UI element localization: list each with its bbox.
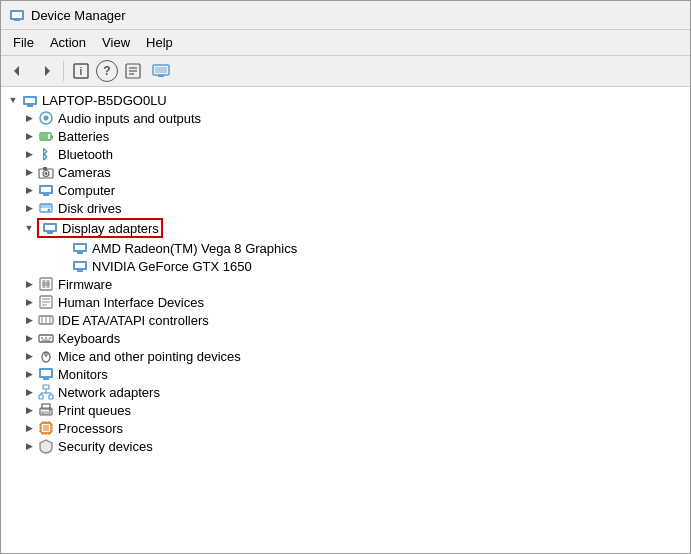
title-bar: Device Manager bbox=[1, 1, 690, 30]
forward-button[interactable] bbox=[33, 59, 59, 83]
tree-item-ide[interactable]: ▶ IDE ATA/ATAPI controllers bbox=[1, 311, 690, 329]
tree-item-computer[interactable]: ▶ Computer bbox=[1, 181, 690, 199]
svg-rect-16 bbox=[27, 105, 33, 107]
menu-view[interactable]: View bbox=[94, 32, 138, 53]
batteries-expander[interactable]: ▶ bbox=[21, 128, 37, 144]
network-expander[interactable]: ▶ bbox=[21, 384, 37, 400]
display-label: Display adapters bbox=[62, 221, 159, 236]
svg-marker-4 bbox=[45, 66, 50, 76]
ide-label: IDE ATA/ATAPI controllers bbox=[58, 313, 209, 328]
svg-rect-31 bbox=[40, 204, 52, 208]
mice-expander[interactable]: ▶ bbox=[21, 348, 37, 364]
batteries-label: Batteries bbox=[58, 129, 109, 144]
svg-rect-29 bbox=[43, 194, 49, 196]
tree-item-network[interactable]: ▶ Network adapters bbox=[1, 383, 690, 401]
tree-item-audio[interactable]: ▶ Audio inputs and outputs bbox=[1, 109, 690, 127]
svg-rect-40 bbox=[75, 263, 85, 268]
bluetooth-expander[interactable]: ▶ bbox=[21, 146, 37, 162]
svg-point-32 bbox=[48, 209, 51, 212]
svg-rect-68 bbox=[39, 395, 43, 399]
keyboards-label: Keyboards bbox=[58, 331, 120, 346]
menu-action[interactable]: Action bbox=[42, 32, 94, 53]
amd-icon bbox=[71, 240, 89, 256]
svg-rect-37 bbox=[75, 245, 85, 250]
monitors-expander[interactable]: ▶ bbox=[21, 366, 37, 382]
disk-label: Disk drives bbox=[58, 201, 122, 216]
tree-item-disk[interactable]: ▶ Disk drives bbox=[1, 199, 690, 217]
display-expander[interactable]: ▼ bbox=[21, 220, 37, 236]
keyboards-expander[interactable]: ▶ bbox=[21, 330, 37, 346]
display-highlight-box: Display adapters bbox=[37, 218, 163, 238]
computer-expander[interactable]: ▶ bbox=[21, 182, 37, 198]
tree-item-monitors[interactable]: ▶ Monitors bbox=[1, 365, 690, 383]
security-expander[interactable]: ▶ bbox=[21, 438, 37, 454]
ide-expander[interactable]: ▶ bbox=[21, 312, 37, 328]
properties-button[interactable]: i bbox=[68, 59, 94, 83]
tree-item-nvidia[interactable]: ▶ NVIDIA GeForce GTX 1650 bbox=[1, 257, 690, 275]
toolbar: i ? bbox=[1, 56, 690, 87]
monitors-icon bbox=[37, 366, 55, 382]
svg-rect-76 bbox=[42, 412, 50, 414]
cameras-expander[interactable]: ▶ bbox=[21, 164, 37, 180]
tree-root[interactable]: ▼ LAPTOP-B5DGO0LU bbox=[1, 91, 690, 109]
tree-item-hid[interactable]: ▶ Human Interface Devices bbox=[1, 293, 690, 311]
tree-item-keyboards[interactable]: ▶ Keyboards bbox=[1, 329, 690, 347]
display-icon-button[interactable] bbox=[148, 59, 174, 83]
firmware-label: Firmware bbox=[58, 277, 112, 292]
processors-expander[interactable]: ▶ bbox=[21, 420, 37, 436]
tree-item-mice[interactable]: ▶ Mice and other pointing devices bbox=[1, 347, 690, 365]
svg-rect-59 bbox=[49, 337, 51, 339]
svg-rect-65 bbox=[41, 370, 51, 376]
ide-icon bbox=[37, 312, 55, 328]
hid-expander[interactable]: ▶ bbox=[21, 294, 37, 310]
audio-icon bbox=[37, 110, 55, 126]
audio-expander[interactable]: ▶ bbox=[21, 110, 37, 126]
svg-rect-21 bbox=[41, 134, 48, 139]
update-driver-button[interactable] bbox=[120, 59, 146, 83]
svg-rect-26 bbox=[43, 167, 47, 170]
print-icon bbox=[37, 402, 55, 418]
disk-expander[interactable]: ▶ bbox=[21, 200, 37, 216]
tree-item-firmware[interactable]: ▶ Firmware bbox=[1, 275, 690, 293]
svg-rect-13 bbox=[158, 75, 164, 77]
firmware-icon bbox=[37, 276, 55, 292]
menu-file[interactable]: File bbox=[5, 32, 42, 53]
tree-item-print[interactable]: ▶ Print queues bbox=[1, 401, 690, 419]
hid-label: Human Interface Devices bbox=[58, 295, 204, 310]
tree-item-processors[interactable]: ▶ Proces bbox=[1, 419, 690, 437]
back-button[interactable] bbox=[5, 59, 31, 83]
tree-item-display[interactable]: ▼ Display adapters bbox=[1, 217, 690, 239]
keyboards-icon bbox=[37, 330, 55, 346]
tree-item-bluetooth[interactable]: ▶ ᛒ Bluetooth bbox=[1, 145, 690, 163]
security-icon bbox=[37, 438, 55, 454]
tree-item-security[interactable]: ▶ Security devices bbox=[1, 437, 690, 455]
svg-rect-20 bbox=[51, 136, 53, 139]
tree-item-cameras[interactable]: ▶ Cameras bbox=[1, 163, 690, 181]
firmware-expander[interactable]: ▶ bbox=[21, 276, 37, 292]
bluetooth-icon: ᛒ bbox=[37, 146, 55, 162]
nvidia-icon bbox=[71, 258, 89, 274]
print-expander[interactable]: ▶ bbox=[21, 402, 37, 418]
bluetooth-label: Bluetooth bbox=[58, 147, 113, 162]
tree-item-batteries[interactable]: ▶ Batteries bbox=[1, 127, 690, 145]
toolbar-separator-1 bbox=[63, 61, 64, 81]
help-button[interactable]: ? bbox=[96, 60, 118, 82]
root-expander[interactable]: ▼ bbox=[5, 92, 21, 108]
tree-item-amd[interactable]: ▶ AMD Radeon(TM) Vega 8 Graphics bbox=[1, 239, 690, 257]
root-icon bbox=[21, 92, 39, 108]
svg-rect-79 bbox=[43, 425, 49, 431]
computer-label: Computer bbox=[58, 183, 115, 198]
network-icon bbox=[37, 384, 55, 400]
title-bar-text: Device Manager bbox=[31, 8, 126, 23]
computer-icon bbox=[37, 182, 55, 198]
svg-rect-58 bbox=[45, 337, 47, 339]
svg-rect-69 bbox=[49, 395, 53, 399]
print-label: Print queues bbox=[58, 403, 131, 418]
svg-point-25 bbox=[45, 172, 48, 175]
svg-point-77 bbox=[49, 409, 51, 411]
menu-help[interactable]: Help bbox=[138, 32, 181, 53]
amd-label: AMD Radeon(TM) Vega 8 Graphics bbox=[92, 241, 297, 256]
network-label: Network adapters bbox=[58, 385, 160, 400]
mice-icon bbox=[37, 348, 55, 364]
processors-icon bbox=[37, 420, 55, 436]
